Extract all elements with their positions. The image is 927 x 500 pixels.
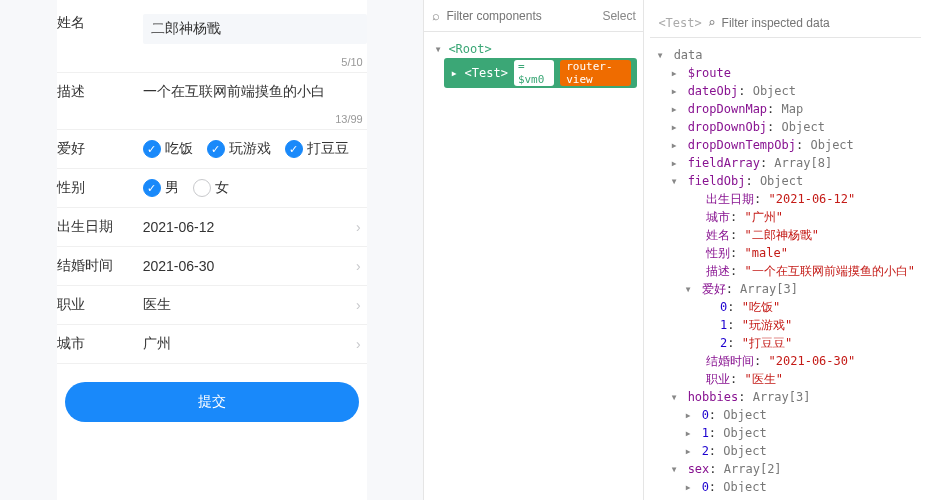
checkbox-hobby-2[interactable]: 打豆豆 bbox=[285, 140, 349, 158]
field-value: 广州 bbox=[143, 335, 356, 353]
desc-input[interactable]: 一个在互联网前端摸鱼的小白 bbox=[143, 83, 367, 101]
state-node[interactable]: dateObj: Object bbox=[656, 82, 915, 100]
form: 姓名 二郎神杨戬 5/10 描述 一个在互联网前端摸鱼的小白 13/99 爱好 … bbox=[57, 0, 367, 500]
components-toolbar: ⌕ Select bbox=[424, 0, 643, 32]
caret-right-icon bbox=[670, 118, 680, 136]
select-component-button[interactable]: Select bbox=[602, 9, 635, 23]
caret-down-icon bbox=[670, 460, 680, 478]
state-node[interactable]: dropDownMap: Map bbox=[656, 100, 915, 118]
field-value: 医生 bbox=[143, 296, 356, 314]
caret-down-icon bbox=[434, 42, 444, 56]
breadcrumb: <Test> bbox=[658, 14, 701, 32]
caret-right-icon bbox=[684, 442, 694, 460]
state-node[interactable]: 0: Object bbox=[656, 478, 915, 492]
caret-right-icon bbox=[670, 136, 680, 154]
caret-right-icon bbox=[684, 424, 694, 442]
caret-right-icon bbox=[670, 154, 680, 172]
check-icon bbox=[143, 179, 161, 197]
state-node[interactable]: 职业: "医生" bbox=[656, 370, 915, 388]
caret-down-icon bbox=[684, 280, 694, 298]
field-value: 2021-06-12 bbox=[143, 219, 356, 235]
submit-button[interactable]: 提交 bbox=[65, 382, 359, 422]
chevron-right-icon: › bbox=[356, 258, 367, 274]
field-label: 结婚时间 bbox=[57, 257, 143, 275]
field-desc[interactable]: 描述 一个在互联网前端摸鱼的小白 13/99 bbox=[57, 73, 367, 130]
field-label: 描述 bbox=[57, 83, 143, 101]
vm-badge: = $vm0 bbox=[514, 60, 554, 86]
state-node[interactable]: dropDownTempObj: Object bbox=[656, 136, 915, 154]
field-label: 出生日期 bbox=[57, 218, 143, 236]
field-label: 职业 bbox=[57, 296, 143, 314]
char-counter: 5/10 bbox=[341, 56, 362, 68]
vue-devtools: ⌕ Select <Root> <Test> = $vm0 router-vie… bbox=[423, 0, 927, 500]
caret-right-icon bbox=[684, 478, 694, 492]
state-node[interactable]: 0: Object bbox=[656, 406, 915, 424]
char-counter: 13/99 bbox=[335, 113, 363, 125]
field-label: 爱好 bbox=[57, 140, 143, 158]
component-tree: <Root> <Test> = $vm0 router-view bbox=[424, 32, 643, 96]
mobile-form-preview: 姓名 二郎神杨戬 5/10 描述 一个在互联网前端摸鱼的小白 13/99 爱好 … bbox=[0, 0, 423, 500]
field-marry[interactable]: 结婚时间 2021-06-30 › bbox=[57, 247, 367, 286]
field-gender: 性别 男 女 bbox=[57, 169, 367, 208]
state-node[interactable]: 2: "打豆豆" bbox=[656, 334, 915, 352]
caret-right-icon bbox=[670, 82, 680, 100]
state-node[interactable]: fieldArray: Array[8] bbox=[656, 154, 915, 172]
state-node[interactable]: 2: Object bbox=[656, 442, 915, 460]
components-panel: ⌕ Select <Root> <Test> = $vm0 router-vie… bbox=[424, 0, 644, 500]
state-node[interactable]: $route bbox=[656, 64, 915, 82]
field-value: 2021-06-30 bbox=[143, 258, 356, 274]
chevron-right-icon: › bbox=[356, 219, 367, 235]
chevron-right-icon: › bbox=[356, 336, 367, 352]
field-job[interactable]: 职业 医生 › bbox=[57, 286, 367, 325]
search-icon: ⌕ bbox=[432, 8, 440, 23]
caret-right-icon bbox=[450, 66, 458, 80]
name-input[interactable]: 二郎神杨戬 bbox=[143, 14, 367, 44]
field-label: 城市 bbox=[57, 335, 143, 353]
filter-components-input[interactable] bbox=[446, 9, 596, 23]
state-node[interactable]: 姓名: "二郎神杨戬" bbox=[656, 226, 915, 244]
field-birth[interactable]: 出生日期 2021-06-12 › bbox=[57, 208, 367, 247]
state-node-sex[interactable]: sex: Array[2] bbox=[656, 460, 915, 478]
radio-gender-male[interactable]: 男 bbox=[143, 179, 179, 197]
state-node-hobby-array[interactable]: 爱好: Array[3] bbox=[656, 280, 915, 298]
radio-gender-female[interactable]: 女 bbox=[193, 179, 229, 197]
field-hobby: 爱好 吃饭 玩游戏 打豆豆 bbox=[57, 130, 367, 169]
check-icon bbox=[285, 140, 303, 158]
state-tree: data $route dateObj: Object dropDownMap:… bbox=[650, 38, 921, 492]
state-node[interactable]: 性别: "male" bbox=[656, 244, 915, 262]
checkbox-hobby-1[interactable]: 玩游戏 bbox=[207, 140, 271, 158]
state-section-data[interactable]: data bbox=[656, 46, 915, 64]
checkbox-hobby-0[interactable]: 吃饭 bbox=[143, 140, 193, 158]
state-node[interactable]: 出生日期: "2021-06-12" bbox=[656, 190, 915, 208]
state-panel: <Test> ⌕ data $route dateObj: Object dro… bbox=[644, 0, 927, 500]
caret-right-icon bbox=[670, 100, 680, 118]
state-node[interactable]: dropDownObj: Object bbox=[656, 118, 915, 136]
check-icon bbox=[207, 140, 225, 158]
caret-down-icon bbox=[670, 388, 680, 406]
field-label: 性别 bbox=[57, 179, 143, 197]
caret-right-icon bbox=[684, 406, 694, 424]
state-node-fieldObj[interactable]: fieldObj: Object bbox=[656, 172, 915, 190]
field-label: 姓名 bbox=[57, 14, 143, 32]
caret-down-icon bbox=[656, 46, 666, 64]
state-node[interactable]: 1: Object bbox=[656, 424, 915, 442]
state-node[interactable]: 0: "吃饭" bbox=[656, 298, 915, 316]
state-node[interactable]: 城市: "广州" bbox=[656, 208, 915, 226]
filter-state-input[interactable] bbox=[722, 16, 913, 30]
state-node[interactable]: 结婚时间: "2021-06-30" bbox=[656, 352, 915, 370]
field-name[interactable]: 姓名 二郎神杨戬 5/10 bbox=[57, 4, 367, 73]
caret-down-icon bbox=[670, 172, 680, 190]
state-node[interactable]: 1: "玩游戏" bbox=[656, 316, 915, 334]
caret-right-icon bbox=[670, 64, 680, 82]
check-icon bbox=[143, 140, 161, 158]
state-node-hobbies[interactable]: hobbies: Array[3] bbox=[656, 388, 915, 406]
router-view-badge: router-view bbox=[560, 60, 631, 86]
tree-node-root[interactable]: <Root> bbox=[430, 40, 637, 58]
chevron-right-icon: › bbox=[356, 297, 367, 313]
state-node[interactable]: 描述: "一个在互联网前端摸鱼的小白" bbox=[656, 262, 915, 280]
radio-empty-icon bbox=[193, 179, 211, 197]
search-icon: ⌕ bbox=[708, 13, 716, 33]
tree-node-selected[interactable]: <Test> = $vm0 router-view bbox=[444, 58, 637, 88]
state-toolbar: <Test> ⌕ bbox=[650, 8, 921, 38]
field-city[interactable]: 城市 广州 › bbox=[57, 325, 367, 364]
